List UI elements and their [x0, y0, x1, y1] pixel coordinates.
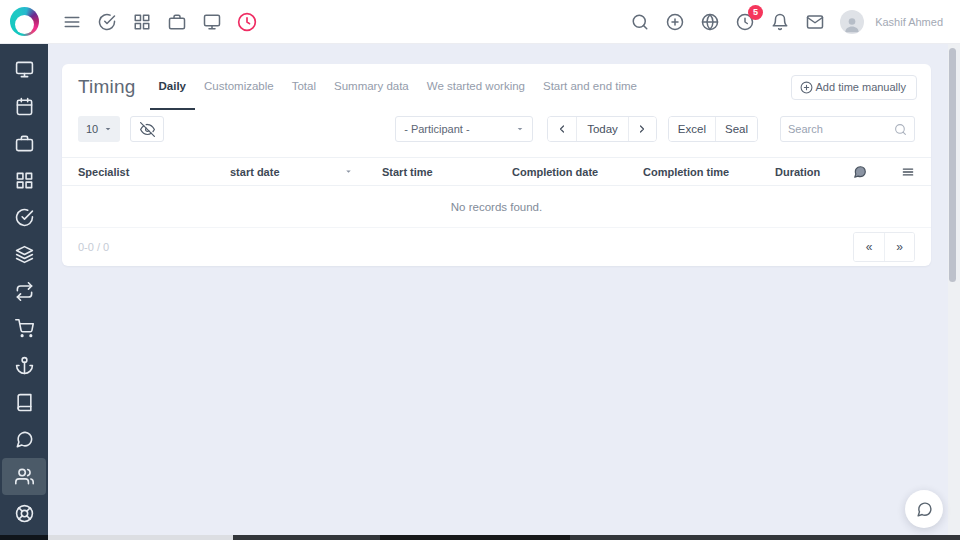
apps-button[interactable] [132, 12, 152, 32]
tasks-button[interactable] [97, 12, 117, 32]
sidebar-item-layers[interactable] [2, 236, 46, 273]
apps-grid-icon [15, 171, 34, 190]
sidebar-item-calendar[interactable] [2, 88, 46, 125]
tab-start-and-end-time[interactable]: Start and end time [534, 64, 646, 110]
pager: « » [853, 232, 915, 262]
repeat-icon [15, 282, 34, 301]
first-page-button[interactable]: « [854, 233, 884, 261]
filter-toolbar: 10 - Participant - Today Excel [78, 116, 915, 142]
anchor-icon [15, 356, 34, 375]
card-header: Timing Daily Customizable Total Summary … [62, 64, 931, 110]
top-bar: 5 Kashif Ahmed [0, 0, 960, 44]
menu-toggle-button[interactable] [62, 12, 82, 32]
sidebar-item-briefcase[interactable] [2, 125, 46, 162]
user-avatar[interactable] [840, 10, 864, 34]
sidebar-item-cart[interactable] [2, 310, 46, 347]
column-comments[interactable] [837, 165, 883, 179]
monitoring-button[interactable] [202, 12, 222, 32]
sidebar-item-apps[interactable] [2, 162, 46, 199]
column-start-time[interactable]: Start time [382, 166, 512, 178]
chevron-left-icon [556, 123, 568, 135]
sidebar-item-users-active[interactable] [2, 458, 46, 495]
chat-bubble-icon [916, 501, 933, 518]
date-nav-group: Today [547, 116, 657, 142]
create-button[interactable] [665, 12, 685, 32]
search-input[interactable] [788, 123, 894, 135]
seal-export-button[interactable]: Seal [715, 117, 757, 141]
tab-daily[interactable]: Daily [150, 64, 196, 110]
table-menu-button[interactable] [901, 165, 915, 179]
table-footer: 0-0 / 0 « » [62, 228, 931, 266]
chevron-right-icon [636, 123, 648, 135]
add-time-label: Add time manually [816, 81, 907, 93]
language-button[interactable] [700, 12, 720, 32]
rows-per-page-select[interactable]: 10 [78, 116, 120, 142]
table-search [780, 116, 915, 142]
topbar-left-icons [48, 12, 257, 32]
vertical-scrollbar[interactable] [948, 44, 960, 540]
logo-icon [10, 7, 39, 36]
column-duration[interactable]: Duration [775, 166, 837, 178]
tab-customizable[interactable]: Customizable [195, 64, 283, 110]
mail-icon [806, 13, 824, 31]
user-name[interactable]: Kashif Ahmed [875, 16, 943, 28]
support-chat-button[interactable] [905, 490, 943, 528]
column-completion-date[interactable]: Completion date [512, 166, 643, 178]
cart-icon [15, 319, 34, 338]
bottom-edge-strip [0, 535, 48, 540]
briefcase-icon [15, 134, 34, 153]
scrollbar-thumb[interactable] [949, 48, 956, 282]
tab-total[interactable]: Total [283, 64, 325, 110]
caret-down-icon [104, 125, 112, 133]
timing-button-active[interactable] [237, 12, 257, 32]
life-buoy-icon [15, 504, 34, 523]
sidebar-item-repeat[interactable] [2, 273, 46, 310]
bottom-edge-strip [48, 535, 233, 540]
sidebar-item-chat[interactable] [2, 421, 46, 458]
users-icon [15, 467, 34, 486]
briefcase-icon [168, 13, 186, 31]
table-header-row: Specialist start date Start time Complet… [62, 157, 931, 186]
sidebar-item-monitor[interactable] [2, 51, 46, 88]
participant-select[interactable]: - Participant - [395, 116, 533, 142]
search-icon [631, 13, 649, 31]
search-button[interactable] [630, 12, 650, 32]
column-specialist[interactable]: Specialist [78, 166, 230, 178]
person-icon [842, 14, 862, 34]
check-circle-icon [15, 208, 34, 227]
tab-bar: Daily Customizable Total Summary data We… [150, 64, 646, 110]
book-icon [15, 393, 34, 412]
list-menu-icon [901, 165, 915, 179]
excel-export-button[interactable]: Excel [669, 117, 715, 141]
toggle-columns-button[interactable] [130, 116, 164, 142]
messages-button[interactable] [805, 12, 825, 32]
column-completion-time[interactable]: Completion time [643, 166, 775, 178]
timing-card: Timing Daily Customizable Total Summary … [62, 64, 931, 266]
add-time-manually-button[interactable]: Add time manually [791, 75, 918, 100]
projects-button[interactable] [167, 12, 187, 32]
sidebar-item-anchor[interactable] [2, 347, 46, 384]
bottom-edge-strip [380, 535, 570, 540]
bottom-edge-strip [233, 535, 960, 540]
column-start-date[interactable]: start date [230, 166, 382, 178]
bell-icon [771, 13, 789, 31]
plus-circle-icon [666, 13, 684, 31]
pagination-range: 0-0 / 0 [78, 241, 109, 253]
tab-we-started-working[interactable]: We started working [418, 64, 534, 110]
check-circle-icon [98, 13, 116, 31]
eye-off-icon [140, 122, 155, 137]
page-title: Timing [78, 76, 136, 98]
prev-day-button[interactable] [548, 117, 576, 141]
sidebar-item-help[interactable] [2, 495, 46, 532]
app-logo[interactable] [0, 0, 48, 43]
monitor-icon [203, 13, 221, 31]
sidebar-item-tasks[interactable] [2, 199, 46, 236]
today-button[interactable]: Today [576, 117, 628, 141]
tab-summary-data[interactable]: Summary data [325, 64, 418, 110]
last-page-button[interactable]: » [884, 233, 914, 261]
sidebar-item-book[interactable] [2, 384, 46, 421]
next-day-button[interactable] [628, 117, 656, 141]
plus-circle-icon [800, 81, 813, 94]
notifications-button[interactable] [770, 12, 790, 32]
recent-activity-button[interactable]: 5 [735, 12, 755, 32]
